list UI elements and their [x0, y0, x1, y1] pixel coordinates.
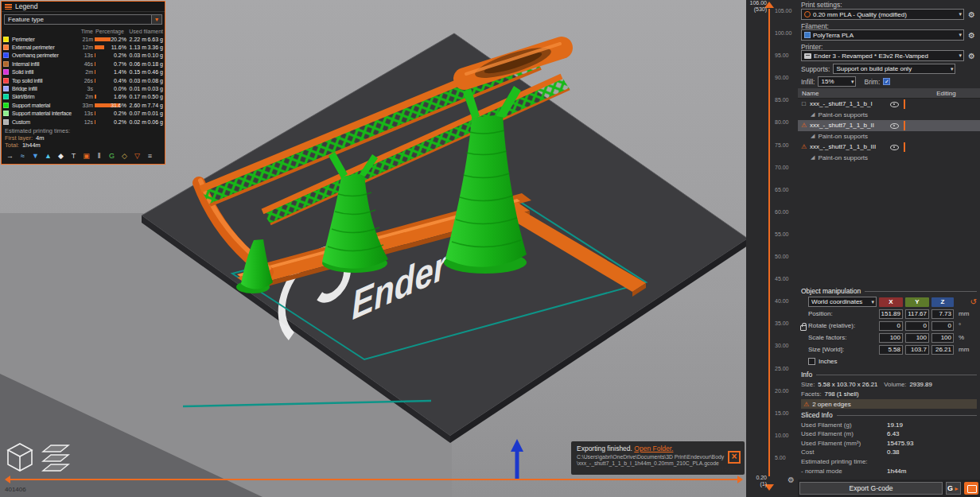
settings-gear-icon[interactable]: ⚙: [788, 476, 795, 484]
custom-gcodes-icon[interactable]: G: [107, 151, 116, 161]
value-x-field[interactable]: 0: [879, 321, 903, 331]
printer-gear-button[interactable]: ⚙: [966, 51, 977, 61]
eye-icon[interactable]: [889, 121, 899, 130]
tool-marker-icon[interactable]: ▽: [133, 151, 142, 161]
move-slider-right-handle[interactable]: [737, 476, 746, 483]
filament-gear-button[interactable]: ⚙: [966, 30, 977, 41]
percentage-value: 20.2%: [111, 37, 126, 42]
move-slider-left-handle[interactable]: [1, 476, 10, 483]
wipe-icon[interactable]: ≈: [18, 151, 27, 161]
view-type-select[interactable]: Feature type ▾: [4, 14, 162, 25]
3d-viewport[interactable]: Ender: [0, 0, 746, 497]
legend-toggle-icon[interactable]: ≡: [146, 151, 154, 161]
object-subitem-row[interactable]: ◢ Paint-on supports: [798, 131, 980, 142]
legend-row[interactable]: External perimeter 12m 11.6% 1.13 m 3.36…: [2, 43, 165, 51]
deretractions-icon[interactable]: ▲: [44, 151, 52, 161]
reset-rotation-icon[interactable]: ↺: [956, 297, 977, 306]
value-x-field[interactable]: 100: [879, 333, 903, 343]
inches-checkbox[interactable]: [808, 358, 815, 365]
legend-row[interactable]: Support material interface 13s 0.2% 0.07…: [2, 110, 165, 118]
value-z-field[interactable]: 26.21: [931, 345, 954, 355]
preview-view-toggle[interactable]: [41, 442, 72, 474]
print-settings-select[interactable]: 0.20 mm PLA - Quality (modified) ▾: [801, 9, 964, 20]
legend-titlebar[interactable]: Legend: [2, 2, 165, 12]
object-subitem-row[interactable]: ◢ Paint-on supports: [798, 110, 980, 121]
value-z-field[interactable]: 7.73: [931, 309, 954, 319]
percentage-value: 1.4%: [114, 69, 126, 75]
manipulation-row: Rotate (relative): 0 0 0 °: [801, 320, 977, 331]
used-length: 0.15 m: [126, 69, 146, 75]
used-length: 0.17 m: [126, 94, 146, 99]
legend-row[interactable]: Perimeter 21m 20.2% 2.22 m 6.63 g: [2, 35, 165, 43]
value-x-field[interactable]: 151.89: [879, 309, 903, 319]
tool-changes-icon[interactable]: T: [69, 151, 78, 161]
infill-select[interactable]: 15% ▾: [818, 76, 856, 87]
object-subitem-row[interactable]: ◢ Paint-on supports: [798, 153, 980, 164]
move-slider-track[interactable]: [7, 479, 737, 480]
print-settings-gear-button[interactable]: ⚙: [966, 10, 977, 20]
pause-prints-icon[interactable]: ‖: [95, 151, 103, 161]
print-settings-icon: [804, 11, 811, 17]
filament-select[interactable]: PolyTerra PLA ▾: [801, 29, 964, 41]
value-y-field[interactable]: 100: [905, 333, 929, 343]
manipulation-row-label: Size [World]:: [808, 346, 877, 353]
eye-icon[interactable]: [889, 142, 899, 151]
color-changes-icon[interactable]: ▣: [82, 151, 91, 161]
layer-tick-label: 20.00: [775, 388, 791, 394]
value-x-field[interactable]: 5.58: [879, 345, 903, 355]
object-row[interactable]: ⚠ xxx_-_shutt7_1_1_b_III: [798, 142, 980, 153]
paint-edit-icon[interactable]: [904, 142, 905, 152]
legend-row[interactable]: Overhang perimeter 13s 0.2% 0.03 m 0.10 …: [2, 52, 165, 60]
move-slider-max-value: 401554: [714, 466, 735, 473]
first-layer-label: First layer:: [5, 134, 33, 142]
object-row[interactable]: ⚠ xxx_-_shutt7_1_1_b_II: [798, 120, 980, 131]
legend-row[interactable]: Custom 12s 0.2% 0.02 m 0.06 g: [2, 118, 165, 126]
layer-bottom-number: (1): [748, 481, 767, 487]
value-z-field[interactable]: 100: [931, 333, 954, 343]
feature-name: Custom: [10, 119, 77, 125]
uniform-scale-lock-icon[interactable]: [800, 325, 807, 331]
layer-slider-track[interactable]: [768, 9, 770, 476]
toast-close-button[interactable]: ×: [728, 451, 741, 464]
layer-tick-label: 65.00: [775, 187, 791, 193]
open-folder-link[interactable]: Open Folder.: [634, 445, 673, 452]
send-to-printer-button[interactable]: [964, 482, 978, 495]
legend-row[interactable]: Internal infill 46s 0.7% 0.06 m 0.18 g: [2, 60, 165, 68]
chevron-down-icon: ▾: [959, 32, 962, 38]
used-length: 0.03 m: [126, 52, 146, 58]
layer-ticks: 105.00100.0095.0090.0085.0080.0075.0070.…: [775, 8, 791, 461]
seams-icon[interactable]: ◆: [56, 151, 65, 161]
volume-value: 2939.89: [910, 381, 932, 388]
printer-select[interactable]: Ender 3 - Revamped * E3v2 Re-Vamped ▾: [801, 50, 964, 61]
legend-row[interactable]: Support material 33m 31.6% 2.60 m 7.74 g: [2, 101, 165, 109]
brim-checkbox[interactable]: ✓: [883, 78, 890, 85]
coordinates-select[interactable]: World coordinates ▾: [808, 297, 877, 307]
legend-row[interactable]: Skirt/Brim 2m 1.6% 0.17 m 0.50 g: [2, 93, 165, 101]
supports-select[interactable]: Support on build plate only ▾: [833, 64, 955, 74]
layer-tick-label: 10.00: [775, 433, 791, 439]
value-y-field[interactable]: 103.7: [905, 345, 929, 355]
object-row[interactable]: □ xxx_-_shutt7_1_1_b_I: [798, 99, 980, 110]
manipulation-row: Scale factors: 100 100 100 %: [801, 332, 977, 343]
mesh-warning-row[interactable]: ⚠ 2 open edges: [801, 399, 977, 409]
layer-tick-label: 15.00: [775, 410, 791, 417]
editor-view-toggle[interactable]: [6, 442, 35, 474]
paint-edit-icon[interactable]: [904, 99, 905, 109]
legend-row[interactable]: Top solid infill 26s 0.4% 0.03 m 0.08 g: [2, 76, 165, 84]
eye-icon[interactable]: [889, 99, 899, 108]
value-y-field[interactable]: 0: [905, 321, 929, 331]
used-length: 2.60 m: [126, 103, 146, 108]
export-gcode-icon-button[interactable]: G ►: [946, 482, 961, 495]
manipulation-row-label: Rotate (relative):: [808, 322, 877, 329]
travel-icon[interactable]: →: [6, 151, 14, 161]
value-z-field[interactable]: 0: [931, 321, 954, 331]
legend-row[interactable]: Solid infill 2m 1.4% 0.15 m 0.46 g: [2, 68, 165, 76]
shells-icon[interactable]: ◇: [120, 151, 129, 161]
retractions-icon[interactable]: ▼: [31, 151, 40, 161]
legend-row[interactable]: Bridge infill 3s 0.0% 0.01 m 0.03 g: [2, 84, 165, 92]
chevron-down-icon[interactable]: ▾: [151, 15, 161, 24]
value-y-field[interactable]: 117.67: [905, 309, 929, 319]
export-gcode-button[interactable]: Export G-code: [799, 482, 943, 495]
paint-edit-icon[interactable]: [904, 121, 905, 130]
feature-name: External perimeter: [10, 45, 77, 50]
